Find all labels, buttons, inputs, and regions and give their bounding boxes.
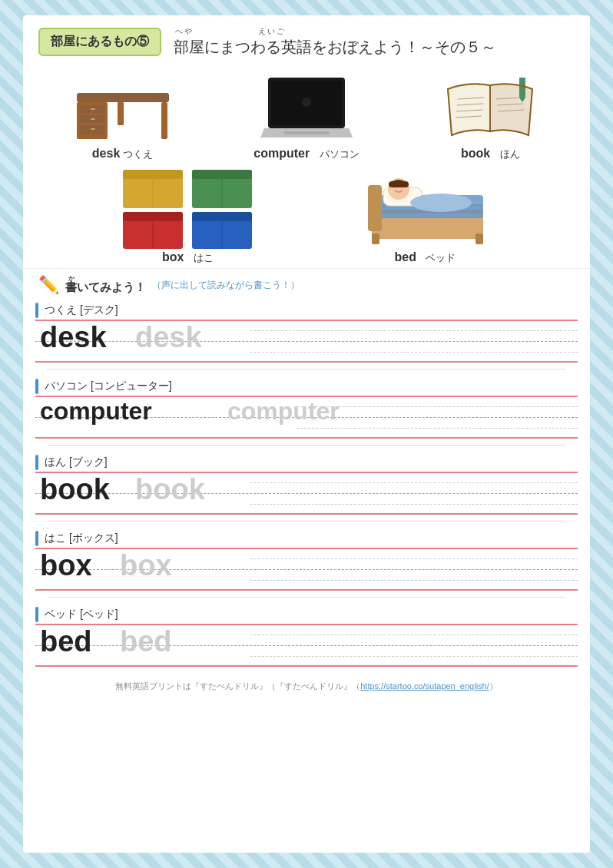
word-display-desk: desk [40, 323, 107, 352]
writing-line-desk: desk desk [35, 320, 578, 363]
word-ghost-box: box [120, 551, 172, 580]
svg-rect-5 [91, 108, 95, 110]
dot-line-2 [250, 580, 578, 581]
word-label-book: ほん [ブック] [45, 456, 108, 469]
dotted-guide-box [35, 548, 578, 589]
vocab-item-bed: bed ベッド [341, 166, 510, 265]
word-label-row-book: ほん [ブック] [35, 450, 578, 472]
word-label-desk: つくえ [デスク] [45, 303, 118, 317]
vocab-item-box: box はこ [104, 166, 273, 265]
word-label-row-desk: つくえ [デスク] [35, 298, 578, 320]
vocab-label-computer: computer パソコン [253, 147, 359, 161]
vocab-label-box: box はこ [162, 250, 214, 265]
separator-2 [48, 445, 565, 446]
word-label-row-bed: ベッド [ベッド] [35, 602, 578, 624]
pencil-icon: ✏️ [38, 275, 59, 295]
bed-svg [356, 166, 495, 250]
book-image [436, 70, 544, 147]
header-title: 部屋にまつわる英語をおぼえよう！～その５～ [174, 37, 496, 58]
word-ghost-computer: computer [227, 399, 340, 423]
writing-sub-label: （声に出して読みながら書こう！） [152, 279, 300, 292]
word-label-row-box: はこ [ボックス] [35, 526, 578, 548]
page-container: 部屋にあるもの⑤ へや えいご 部屋にまつわる英語をおぼえよう！～その５～ [23, 15, 590, 853]
bed-image [356, 166, 495, 250]
dot-line-1 [250, 558, 578, 559]
svg-rect-46 [372, 234, 379, 244]
word-group-computer: パソコン [コンピューター] computer computer [35, 374, 578, 439]
computer-svg [253, 70, 360, 147]
word-label-box: はこ [ボックス] [45, 532, 118, 545]
writing-line-book: book book [35, 472, 578, 515]
dot-line-1 [250, 330, 578, 331]
writing-label: 書かいてみよう！ [65, 276, 146, 295]
label-bar-computer [35, 379, 38, 394]
dot-line-1 [250, 634, 578, 635]
svg-rect-7 [91, 128, 95, 130]
dot-line-1 [250, 482, 578, 483]
svg-rect-40 [372, 214, 483, 217]
word-label-bed: ベッド [ベッド] [45, 608, 118, 621]
dot-line-2 [250, 504, 578, 505]
separator-1 [48, 369, 565, 369]
label-bar-desk [35, 303, 38, 318]
word-label-computer: パソコン [コンピューター] [45, 379, 172, 393]
svg-rect-41 [368, 185, 382, 231]
separator-4 [48, 597, 565, 598]
boxes-svg [119, 166, 257, 250]
footer-text: 無料英語プリントは『すたぺんドリル』（ [115, 681, 276, 691]
vocab-item-computer: computer パソコン [222, 70, 391, 161]
label-bar-book [35, 455, 38, 470]
word-display-bed: bed [40, 627, 92, 656]
section-badge: 部屋にあるもの⑤ [38, 28, 161, 56]
svg-rect-6 [91, 118, 95, 120]
word-display-book: book [40, 475, 110, 504]
dotted-guide-desk [35, 320, 578, 361]
dotted-guide-bed [35, 624, 578, 665]
writing-line-bed: bed bed [35, 624, 578, 667]
svg-rect-8 [161, 102, 167, 139]
vocab-row-1: desk つくえ computer パソコン [23, 65, 590, 166]
desk-image [69, 70, 177, 147]
svg-rect-45 [389, 181, 409, 187]
svg-rect-47 [475, 234, 483, 244]
vocab-item-book: book ほん [406, 70, 575, 161]
desk-svg [69, 70, 177, 147]
label-bar-box [35, 531, 38, 546]
word-group-book: ほん [ブック] book book [35, 450, 578, 515]
dotted-guide-book [35, 472, 578, 513]
book-svg [436, 70, 544, 147]
word-group-bed: ベッド [ベッド] bed bed [35, 602, 578, 667]
svg-rect-0 [77, 93, 169, 102]
vocab-item-desk: desk つくえ [38, 70, 207, 161]
footer: 無料英語プリントは『すたぺんドリル』（『すたぺんドリル』（https://sta… [23, 673, 590, 700]
practice-section: つくえ [デスク] desk desk パソコン [コンピューター] [23, 298, 590, 667]
header: 部屋にあるもの⑤ へや えいご 部屋にまつわる英語をおぼえよう！～その５～ [23, 15, 590, 65]
word-ghost-book: book [135, 475, 205, 504]
label-bar-bed [35, 607, 38, 622]
writing-line-computer: computer computer [35, 396, 578, 439]
vocab-label-desk: desk つくえ [92, 147, 154, 161]
header-ruby: へや えいご [175, 26, 496, 37]
word-display-box: box [40, 551, 92, 580]
svg-rect-22 [519, 78, 525, 98]
svg-rect-12 [283, 131, 330, 134]
dot-line-2 [250, 352, 578, 353]
svg-point-13 [302, 98, 311, 107]
word-group-box: はこ [ボックス] box box [35, 526, 578, 591]
separator-3 [48, 521, 565, 522]
word-display-computer: computer [40, 399, 152, 423]
writing-line-box: box box [35, 548, 578, 591]
word-ghost-bed: bed [120, 627, 172, 656]
svg-rect-9 [118, 102, 124, 125]
dot-line-2 [250, 656, 578, 657]
vocab-row-2: box はこ [23, 166, 590, 265]
svg-point-43 [410, 194, 472, 212]
word-ghost-desk: desk [135, 323, 202, 352]
box-image [119, 166, 257, 250]
writing-header: ✏️ 書かいてみよう！ （声に出して読みながら書こう！） [23, 268, 590, 298]
word-group-desk: つくえ [デスク] desk desk [35, 298, 578, 363]
footer-link[interactable]: https://startoo.co/sutapen_english/ [360, 681, 489, 691]
dot-line-2 [297, 428, 578, 429]
vocab-label-book: book ほん [461, 147, 520, 161]
computer-image [253, 70, 360, 147]
